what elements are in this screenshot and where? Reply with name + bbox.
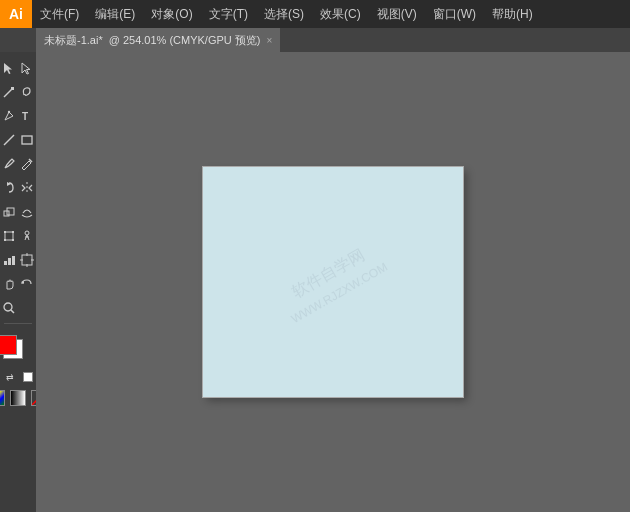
color-mode-button[interactable] xyxy=(0,390,5,406)
default-colors-button[interactable] xyxy=(23,372,33,382)
svg-marker-0 xyxy=(4,63,12,74)
lasso-tool[interactable] xyxy=(19,81,35,103)
menu-text[interactable]: 文字(T) xyxy=(201,0,256,28)
free-transform-tool[interactable] xyxy=(1,225,17,247)
line-tool[interactable] xyxy=(1,129,17,151)
warp-tool[interactable] xyxy=(19,201,35,223)
svg-rect-13 xyxy=(5,232,13,240)
scale-tool[interactable] xyxy=(1,201,17,223)
artboard-tool[interactable] xyxy=(19,249,35,271)
direct-select-tool[interactable] xyxy=(19,57,35,79)
ai-logo: Ai xyxy=(0,0,32,28)
artboard: 软件自学网 WWW.RJZXW.COM xyxy=(203,167,463,397)
color-swatches xyxy=(0,331,36,367)
tab-bar: 未标题-1.ai* @ 254.01% (CMYK/GPU 预览) × xyxy=(0,28,630,52)
svg-point-4 xyxy=(8,111,10,113)
svg-rect-22 xyxy=(22,255,32,265)
menu-help[interactable]: 帮助(H) xyxy=(484,0,541,28)
svg-rect-7 xyxy=(22,136,32,144)
rotate-view-tool[interactable] xyxy=(19,273,35,295)
menu-view[interactable]: 视图(V) xyxy=(369,0,425,28)
canvas-area: 软件自学网 WWW.RJZXW.COM xyxy=(36,52,630,512)
toolbar: T xyxy=(0,52,36,512)
hand-tool[interactable] xyxy=(1,273,17,295)
tab-close-button[interactable]: × xyxy=(266,35,272,46)
select-tool[interactable] xyxy=(1,57,17,79)
zoom-tool[interactable] xyxy=(1,297,17,319)
pencil-tool[interactable] xyxy=(19,153,35,175)
menu-file[interactable]: 文件(F) xyxy=(32,0,87,28)
svg-rect-14 xyxy=(4,231,6,233)
rotate-tool[interactable] xyxy=(1,177,17,199)
menu-bar: 文件(F) 编辑(E) 对象(O) 文字(T) 选择(S) 效果(C) 视图(V… xyxy=(32,0,630,28)
magic-wand-tool[interactable] xyxy=(1,81,17,103)
title-bar: Ai 文件(F) 编辑(E) 对象(O) 文字(T) 选择(S) 效果(C) 视… xyxy=(0,0,630,28)
svg-rect-20 xyxy=(8,258,11,265)
watermark: 软件自学网 WWW.RJZXW.COM xyxy=(275,235,391,328)
svg-rect-16 xyxy=(4,239,6,241)
tab-filename: 未标题-1.ai* xyxy=(44,33,103,48)
svg-text:T: T xyxy=(22,111,28,122)
foreground-color[interactable] xyxy=(0,335,17,355)
reflect-tool[interactable] xyxy=(19,177,35,199)
svg-line-2 xyxy=(4,89,12,97)
svg-line-29 xyxy=(11,310,14,313)
rect-tool[interactable] xyxy=(19,129,35,151)
svg-rect-17 xyxy=(12,239,14,241)
svg-rect-21 xyxy=(12,256,15,265)
menu-window[interactable]: 窗口(W) xyxy=(425,0,484,28)
svg-point-18 xyxy=(25,231,29,235)
svg-rect-15 xyxy=(12,231,14,233)
pen-tool[interactable] xyxy=(1,105,17,127)
gradient-mode-button[interactable] xyxy=(10,390,26,406)
menu-edit[interactable]: 编辑(E) xyxy=(87,0,143,28)
svg-point-28 xyxy=(4,303,12,311)
document-tab[interactable]: 未标题-1.ai* @ 254.01% (CMYK/GPU 预览) × xyxy=(36,28,280,52)
svg-line-6 xyxy=(4,135,14,145)
type-tool[interactable]: T xyxy=(19,105,35,127)
puppet-warp-tool[interactable] xyxy=(19,225,35,247)
main-area: T xyxy=(0,52,630,512)
tab-info: @ 254.01% (CMYK/GPU 预览) xyxy=(109,33,261,48)
menu-object[interactable]: 对象(O) xyxy=(143,0,200,28)
tool-separator xyxy=(4,323,32,324)
svg-rect-19 xyxy=(4,261,7,265)
svg-marker-1 xyxy=(22,63,30,74)
graph-tool[interactable] xyxy=(1,249,17,271)
menu-select[interactable]: 选择(S) xyxy=(256,0,312,28)
swap-colors-button[interactable]: ⇄ xyxy=(3,370,17,384)
menu-effect[interactable]: 效果(C) xyxy=(312,0,369,28)
empty-tool xyxy=(19,297,35,319)
paintbrush-tool[interactable] xyxy=(1,153,17,175)
svg-rect-3 xyxy=(11,87,14,90)
